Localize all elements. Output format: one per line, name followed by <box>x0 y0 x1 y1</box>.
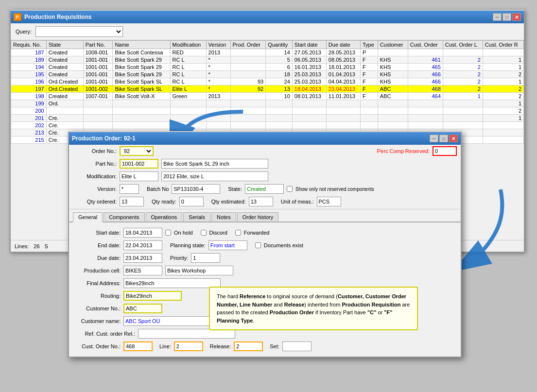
table-cell: 08.05.2013 <box>326 56 360 64</box>
dialog-close-button[interactable]: ✕ <box>449 135 458 142</box>
table-cell: 2 <box>443 78 483 85</box>
line-input[interactable] <box>174 341 203 351</box>
forwarded-checkbox[interactable] <box>235 230 241 236</box>
table-cell <box>206 107 230 115</box>
table-cell: 1001-001 <box>83 56 113 64</box>
version-row: Version: Batch No State: Show only not r… <box>69 183 461 195</box>
close-button[interactable]: ✕ <box>512 13 521 21</box>
table-cell <box>266 122 293 129</box>
col-version: Version <box>206 41 230 49</box>
qty-ordered-input[interactable] <box>120 197 144 206</box>
order-no-input[interactable]: 92 <box>120 146 154 156</box>
tab-notes[interactable]: Notes <box>211 212 236 222</box>
tab-serials[interactable]: Serials <box>183 212 210 222</box>
final-address-input[interactable] <box>123 278 221 288</box>
table-cell: Created <box>46 49 83 56</box>
table-cell: F <box>360 71 378 78</box>
modification-desc <box>161 171 268 181</box>
query-select[interactable] <box>35 26 123 37</box>
ref-cust-input[interactable] <box>138 329 235 339</box>
table-row[interactable]: 199Ord.1 <box>11 100 524 107</box>
end-date-input[interactable] <box>123 240 162 250</box>
discord-checkbox[interactable] <box>201 230 207 236</box>
documents-checkbox[interactable] <box>255 242 261 248</box>
table-row[interactable]: 197Ord.Created1001-002Bike Scott Spark S… <box>11 85 524 93</box>
table-cell: 187 <box>11 49 47 56</box>
perc-comp-input[interactable] <box>433 146 457 156</box>
table-cell: 461 <box>408 56 443 64</box>
table-cell: 14 <box>266 49 293 56</box>
table-cell <box>292 107 326 115</box>
table-cell: Ord.Created <box>46 78 83 85</box>
title-controls: ─ □ ✕ <box>493 13 521 21</box>
qty-est-input <box>249 197 273 206</box>
table-cell: 195 <box>11 71 47 78</box>
col-start-date: Start date <box>292 41 326 49</box>
table-cell: 200 <box>11 107 47 115</box>
table-row[interactable]: 201Cre.1 <box>11 115 524 122</box>
tab-operations[interactable]: Operations <box>146 212 183 222</box>
table-cell: 24 <box>266 78 293 85</box>
tab-general[interactable]: General <box>73 212 103 222</box>
table-cell: 464 <box>408 93 443 100</box>
table-cell: 202 <box>11 122 47 129</box>
discord-label: Discord <box>209 230 227 236</box>
table-cell <box>378 100 408 107</box>
tab-components[interactable]: Components <box>104 212 144 222</box>
table-row[interactable]: 189Created1001-001Bike Scott Spark 29RC … <box>11 56 524 64</box>
table-row[interactable]: 187Created1008-001Bike Scott ContessaRED… <box>11 49 524 56</box>
order-no-label: Order No.: <box>73 148 117 154</box>
col-requis-no: Requis. No. <box>11 41 47 49</box>
minimize-button[interactable]: ─ <box>493 13 502 21</box>
table-cell <box>83 115 113 122</box>
show-only-label: Show only not reserved components <box>295 187 374 192</box>
on-hold-checkbox[interactable] <box>165 230 171 236</box>
table-cell: 2 <box>483 107 523 115</box>
cust-order-no-input[interactable] <box>123 341 153 351</box>
table-row[interactable]: 2002 <box>11 107 524 115</box>
table-row[interactable]: 195Created1001-001Bike Scott Spark 29RC … <box>11 71 524 78</box>
table-cell: 465 <box>408 64 443 71</box>
dialog-maximize-button[interactable]: □ <box>439 135 448 142</box>
col-part-no: Part No. <box>83 41 113 49</box>
planning-state-input[interactable] <box>208 240 247 250</box>
table-cell <box>378 49 408 56</box>
table-cell: 194 <box>11 64 47 71</box>
routing-input[interactable] <box>123 291 182 301</box>
col-modification: Modification <box>170 41 206 49</box>
table-row[interactable]: 198Created1007-001Bike Scott Volt-XGreen… <box>11 93 524 100</box>
ref-cust-label: Ref. Cust. order Rel.: <box>77 331 135 337</box>
priority-input[interactable] <box>191 253 220 263</box>
table-cell: RC L <box>170 78 206 85</box>
table-cell <box>83 122 113 129</box>
customer-no-input[interactable] <box>123 304 162 313</box>
table-row[interactable]: 202Cre. <box>11 122 524 129</box>
tab-order-history[interactable]: Order history <box>237 212 279 222</box>
release-input[interactable] <box>234 341 263 351</box>
modification-input[interactable] <box>120 171 158 181</box>
table-cell: 2013 <box>206 93 230 100</box>
prod-cell-input[interactable] <box>123 266 162 275</box>
set-input[interactable] <box>282 341 312 351</box>
dialog-minimize-button[interactable]: ─ <box>430 135 438 142</box>
table-cell <box>113 107 170 115</box>
cust-order-no-label: Cust. Order No.: <box>77 343 121 349</box>
qty-ready-input[interactable] <box>179 197 204 206</box>
start-date-input[interactable] <box>123 228 162 238</box>
table-row[interactable]: 196Ord.Created1001-001Bike Scott Spark S… <box>11 78 524 85</box>
due-date-input[interactable] <box>123 253 162 263</box>
table-cell: 213 <box>11 129 47 136</box>
qty-ordered-label: Qty ordered: <box>73 199 117 205</box>
version-input[interactable] <box>120 184 139 194</box>
table-cell: 1007-001 <box>83 93 113 100</box>
table-cell: 1 <box>483 100 523 107</box>
table-cell: 28.05.2013 <box>326 49 360 56</box>
batch-no-input[interactable] <box>172 184 220 194</box>
end-date-label: End date: <box>77 242 121 248</box>
table-row[interactable]: 194Created1001-001Bike Scott Spark 29RC … <box>11 64 524 71</box>
table-cell: Bike Scott Contessa <box>113 49 170 56</box>
maximize-button[interactable]: □ <box>502 13 511 21</box>
show-only-checkbox[interactable] <box>287 186 293 192</box>
table-cell <box>408 115 443 122</box>
part-no-input[interactable] <box>120 159 158 169</box>
